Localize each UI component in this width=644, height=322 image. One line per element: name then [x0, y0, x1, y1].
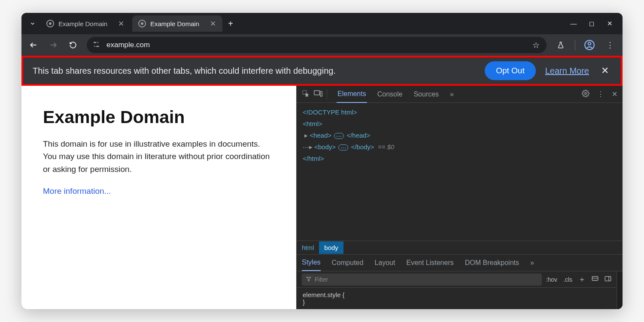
more-info-link[interactable]: More information...	[43, 187, 111, 196]
ellipsis-icon[interactable]: ⋯	[338, 144, 348, 150]
infobar-message: This tab shares resources with other tab…	[33, 66, 475, 76]
close-window-icon[interactable]: ✕	[605, 20, 614, 27]
svg-point-5	[94, 45, 95, 47]
svg-rect-2	[94, 42, 96, 43]
back-button[interactable]	[27, 39, 39, 51]
dom-html-open: <html>	[303, 120, 322, 127]
svg-rect-15	[605, 277, 611, 281]
web-page: Example Domain This domain is for use in…	[21, 86, 296, 309]
styles-filter-row: Filter :hov .cls ＋	[297, 271, 617, 288]
close-icon[interactable]: ✕	[210, 20, 216, 27]
tab-title: Example Domain	[150, 20, 205, 27]
dom-breadcrumb: html body	[297, 241, 623, 254]
tab-computed[interactable]: Computed	[332, 259, 364, 267]
bookmark-star-icon[interactable]: ☆	[532, 40, 540, 50]
style-line: }	[303, 298, 611, 306]
gear-icon[interactable]	[582, 90, 589, 99]
labs-icon[interactable]	[554, 39, 567, 51]
filter-placeholder: Filter	[315, 276, 328, 283]
more-tabs-icon[interactable]: »	[530, 259, 534, 267]
toolbar: example.com ☆ ⋮	[21, 34, 623, 56]
close-devtools-icon[interactable]: ✕	[612, 90, 617, 98]
page-heading: Example Domain	[43, 107, 275, 127]
styles-scrollbar[interactable]	[617, 271, 623, 309]
tab-1[interactable]: Example Domain ✕	[40, 15, 131, 32]
tab-event-listeners[interactable]: Event Listeners	[406, 259, 453, 267]
content-area: Example Domain This domain is for use in…	[21, 86, 623, 309]
minimize-icon[interactable]: —	[569, 20, 578, 27]
tab-styles[interactable]: Styles	[302, 255, 321, 271]
learn-more-link[interactable]: Learn More	[545, 66, 589, 76]
tab-layout[interactable]: Layout	[374, 259, 395, 267]
hov-toggle[interactable]: :hov	[546, 276, 557, 283]
maximize-icon[interactable]: ◻	[587, 20, 596, 27]
expand-arrow-icon[interactable]: ▸	[309, 141, 314, 153]
dom-selected-indicator: == $0	[378, 143, 394, 150]
style-line: element.style {	[303, 291, 611, 298]
svg-marker-12	[307, 277, 311, 281]
computed-toggle-icon[interactable]	[592, 276, 598, 283]
dom-body: <body>	[314, 143, 336, 150]
globe-icon	[46, 20, 54, 27]
debug-infobar: This tab shares resources with other tab…	[21, 56, 623, 86]
svg-point-7	[588, 42, 591, 45]
page-paragraph: This domain is for use in illustrative e…	[43, 138, 275, 175]
panel-layout-icon[interactable]	[605, 276, 611, 283]
dom-tree[interactable]: <!DOCTYPE html> <html> ▸<head> ⋯ </head>…	[297, 103, 623, 241]
tab-2-active[interactable]: Example Domain ✕	[132, 15, 222, 32]
styles-body[interactable]: element.style { }	[297, 288, 617, 309]
new-tab-button[interactable]: +	[224, 17, 237, 30]
dom-html-close: </html>	[303, 155, 324, 162]
tab-console[interactable]: Console	[377, 86, 404, 102]
profile-icon[interactable]	[583, 39, 596, 51]
close-icon[interactable]: ✕	[118, 20, 125, 27]
svg-rect-10	[320, 91, 322, 96]
devtools-panel: Elements Console Sources » ⋮ ✕ <!DOCTYPE…	[296, 86, 623, 309]
crumb-body[interactable]: body	[319, 241, 343, 254]
globe-icon	[138, 20, 146, 27]
tab-dom-breakpoints[interactable]: DOM Breakpoints	[465, 259, 519, 267]
tab-bar: Example Domain ✕ Example Domain ✕ + — ◻ …	[21, 13, 623, 34]
crumb-html[interactable]: html	[297, 241, 319, 254]
toolbar-divider	[575, 40, 575, 50]
dom-doctype: <!DOCTYPE html>	[303, 108, 357, 116]
styles-tabbar: Styles Computed Layout Event Listeners D…	[297, 254, 623, 271]
new-style-rule-icon[interactable]: ＋	[578, 274, 586, 284]
dom-body-close: </body>	[351, 143, 374, 150]
dom-head: <head>	[310, 132, 331, 139]
inspect-element-icon[interactable]	[302, 90, 310, 99]
opt-out-button[interactable]: Opt Out	[485, 61, 536, 80]
filter-icon	[306, 276, 311, 283]
tab-title: Example Domain	[58, 20, 113, 27]
svg-rect-9	[314, 90, 320, 95]
devtools-tabbar: Elements Console Sources » ⋮ ✕	[297, 86, 623, 103]
ellipsis-icon[interactable]: ⋯	[334, 133, 344, 139]
address-bar[interactable]: example.com ☆	[87, 37, 547, 53]
device-toolbar-icon[interactable]	[314, 90, 322, 99]
selected-dots-icon: ⋯	[303, 143, 309, 150]
url-text: example.com	[106, 41, 527, 49]
more-tabs-icon[interactable]: »	[449, 86, 455, 102]
forward-button[interactable]	[47, 39, 59, 51]
svg-rect-13	[592, 277, 598, 280]
tab-sources[interactable]: Sources	[413, 86, 440, 102]
site-settings-icon[interactable]	[94, 42, 101, 49]
expand-arrow-icon[interactable]: ▸	[304, 129, 310, 141]
cls-toggle[interactable]: .cls	[563, 276, 572, 283]
tabs-dropdown-icon[interactable]	[27, 18, 39, 30]
svg-rect-4	[96, 45, 99, 47]
kebab-menu-icon[interactable]: ⋮	[597, 90, 604, 98]
styles-filter-input[interactable]: Filter	[302, 274, 542, 286]
close-infobar-icon[interactable]: ✕	[598, 65, 611, 76]
browser-window: Example Domain ✕ Example Domain ✕ + — ◻ …	[21, 13, 623, 309]
menu-icon[interactable]: ⋮	[604, 39, 617, 51]
window-controls: — ◻ ✕	[569, 20, 617, 27]
reload-button[interactable]	[67, 39, 79, 51]
svg-point-11	[585, 92, 587, 94]
tab-elements[interactable]: Elements	[337, 86, 367, 103]
dom-head-close: </head>	[346, 132, 370, 139]
svg-point-3	[97, 42, 99, 43]
